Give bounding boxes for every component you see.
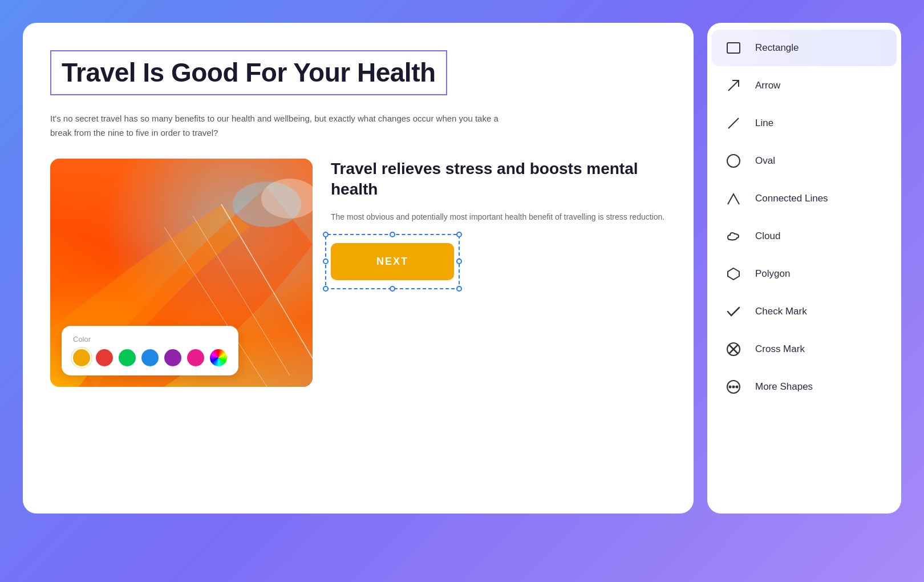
connected-lines-icon <box>723 188 744 209</box>
selection-box <box>325 234 460 289</box>
svg-point-16 <box>736 386 738 388</box>
handle-mid-left[interactable] <box>323 258 329 264</box>
color-dots <box>73 349 227 366</box>
main-container: Travel Is Good For Your Health It's no s… <box>0 0 924 582</box>
shape-name-check-mark: Check Mark <box>755 306 807 317</box>
shape-item-oval[interactable]: Oval <box>712 143 897 179</box>
handle-top-right[interactable] <box>456 232 462 237</box>
shape-name-cross-mark: Cross Mark <box>755 343 805 355</box>
svg-line-6 <box>728 80 739 91</box>
shapes-sidebar: Rectangle Arrow Line Oval <box>707 23 901 514</box>
shape-name-arrow: Arrow <box>755 80 780 91</box>
svg-point-15 <box>733 386 735 388</box>
color-dot-yellow[interactable] <box>73 349 90 366</box>
svg-rect-5 <box>727 43 740 53</box>
cloud-icon <box>723 226 744 246</box>
svg-point-8 <box>727 155 740 167</box>
shape-item-line[interactable]: Line <box>712 105 897 142</box>
color-dot-green[interactable] <box>119 349 136 366</box>
shape-item-cloud[interactable]: Cloud <box>712 218 897 254</box>
shape-name-cloud: Cloud <box>755 231 780 242</box>
handle-mid-right[interactable] <box>456 258 462 264</box>
content-row: Color Travel relieves stress and bo <box>50 159 666 387</box>
color-picker-popup: Color <box>62 326 238 375</box>
cross-mark-icon <box>723 339 744 359</box>
shape-item-check-mark[interactable]: Check Mark <box>712 293 897 330</box>
shape-name-rectangle: Rectangle <box>755 42 799 54</box>
arrow-icon <box>723 75 744 96</box>
article-intro: It's no secret travel has so many benefi… <box>50 111 518 140</box>
color-dot-blue[interactable] <box>141 349 159 366</box>
shape-item-cross-mark[interactable]: Cross Mark <box>712 331 897 367</box>
color-dot-rainbow[interactable] <box>210 349 227 366</box>
color-dot-red[interactable] <box>96 349 113 366</box>
line-icon <box>723 113 744 134</box>
handle-top-center[interactable] <box>390 232 395 237</box>
shape-name-line: Line <box>755 118 773 129</box>
content-card: Travel Is Good For Your Health It's no s… <box>23 23 694 514</box>
color-dot-pink[interactable] <box>187 349 204 366</box>
color-label: Color <box>73 335 227 343</box>
shape-item-connected-lines[interactable]: Connected Lines <box>712 180 897 217</box>
article-right: Travel relieves stress and boosts mental… <box>331 159 666 280</box>
shape-name-polygon: Polygon <box>755 268 790 280</box>
color-dot-purple[interactable] <box>164 349 181 366</box>
next-button-wrapper: NEXT <box>331 243 454 280</box>
more-shapes-icon <box>723 377 744 397</box>
shape-item-polygon[interactable]: Polygon <box>712 256 897 292</box>
svg-point-14 <box>730 386 731 388</box>
shape-item-more-shapes[interactable]: More Shapes <box>712 369 897 405</box>
handle-bottom-right[interactable] <box>456 286 462 292</box>
handle-bottom-center[interactable] <box>390 286 395 292</box>
rectangle-icon <box>723 38 744 58</box>
article-title: Travel Is Good For Your Health <box>50 50 447 95</box>
svg-line-7 <box>728 118 739 128</box>
shape-item-rectangle[interactable]: Rectangle <box>712 30 897 66</box>
section-text: The most obvious and potentially most im… <box>331 210 666 224</box>
oval-icon <box>723 151 744 171</box>
check-mark-icon <box>723 301 744 322</box>
handle-top-left[interactable] <box>323 232 329 237</box>
section-title: Travel relieves stress and boosts mental… <box>331 159 666 200</box>
shape-name-more-shapes: More Shapes <box>755 381 813 393</box>
polygon-icon <box>723 264 744 284</box>
shape-name-oval: Oval <box>755 155 775 167</box>
article-image: Color <box>50 159 313 387</box>
handle-bottom-left[interactable] <box>323 286 329 292</box>
svg-marker-9 <box>728 268 739 280</box>
shape-name-connected-lines: Connected Lines <box>755 193 828 204</box>
shape-item-arrow[interactable]: Arrow <box>712 67 897 104</box>
